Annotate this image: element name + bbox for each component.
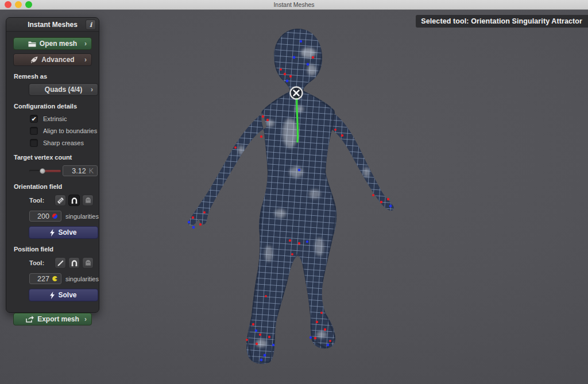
position-singularity-count[interactable]: 227 xyxy=(29,273,61,284)
checkbox-sharp-creases[interactable]: Sharp creases xyxy=(30,138,99,147)
selected-tool-tooltip: Selected tool: Orientation Singularity A… xyxy=(416,15,588,28)
magnet-icon xyxy=(71,259,78,267)
target-vertex-count-heading: Target vertex count xyxy=(14,154,99,161)
orientation-scare-tool-button[interactable] xyxy=(82,195,94,206)
panel-title: Instant Meshes xyxy=(28,21,78,29)
rocket-icon xyxy=(30,56,38,63)
attractor-cursor-icon[interactable] xyxy=(291,87,303,99)
panel-header[interactable]: Instant Meshes i xyxy=(6,18,99,32)
orientation-solve-button[interactable]: Solve xyxy=(29,226,98,239)
remesh-mode-selector[interactable]: Quads (4/4) › xyxy=(29,83,98,96)
info-button[interactable]: i xyxy=(86,20,96,30)
orientation-singularities-label: singularities xyxy=(65,213,99,220)
vertex-count-input[interactable]: 3.12 K xyxy=(63,165,98,176)
position-scare-tool-button[interactable] xyxy=(82,257,94,269)
remesh-mode-value: Quads (4/4) xyxy=(45,86,82,94)
configuration-details-heading: Configuration details xyxy=(14,103,99,110)
orientation-tool-label: Tool: xyxy=(29,197,52,204)
solve-label: Solve xyxy=(58,228,76,236)
advanced-label: Advanced xyxy=(41,56,74,64)
control-panel: Instant Meshes i Open mesh › Advanced › … xyxy=(6,17,99,313)
checkbox-label: Extrinsic xyxy=(43,115,67,122)
orientation-singularity-attractor-button[interactable] xyxy=(68,195,80,206)
slider-knob[interactable] xyxy=(40,168,45,174)
maximize-window-icon[interactable] xyxy=(25,1,32,8)
export-icon xyxy=(26,316,34,323)
pen-icon xyxy=(57,259,64,267)
position-field-heading: Position field xyxy=(14,246,99,253)
magnet-icon xyxy=(71,197,78,204)
checkbox-label: Sharp creases xyxy=(43,139,84,146)
vertex-count-unit: K xyxy=(89,167,94,175)
orientation-comb-tool-button[interactable] xyxy=(55,195,66,206)
checkbox-empty[interactable] xyxy=(30,139,38,147)
position-singularities-label: singularities xyxy=(65,276,99,282)
vertex-count-value: 3.12 xyxy=(72,167,86,175)
position-singularity-attractor-button[interactable] xyxy=(68,257,80,269)
comb-brush-icon xyxy=(57,197,64,204)
chevron-right-icon: › xyxy=(84,56,87,64)
remesh-as-heading: Remesh as xyxy=(14,73,99,80)
checkbox-label: Align to boundaries xyxy=(43,127,97,134)
solve-label: Solve xyxy=(58,291,76,299)
chevron-right-icon: › xyxy=(91,86,93,94)
open-mesh-label: Open mesh xyxy=(40,40,77,48)
folder-icon xyxy=(28,41,36,47)
orientation-singularity-count[interactable]: 200 xyxy=(29,211,61,222)
position-singularity-value: 227 xyxy=(37,275,49,283)
orientation-singularity-icon xyxy=(52,214,57,219)
checkbox-align-to-boundaries[interactable]: Align to boundaries xyxy=(30,126,99,135)
titlebar[interactable]: Instant Meshes xyxy=(0,0,588,10)
checkbox-empty[interactable] xyxy=(30,127,38,135)
vertex-count-slider[interactable] xyxy=(29,167,61,175)
ghost-icon xyxy=(84,197,92,204)
export-mesh-button[interactable]: Export mesh › xyxy=(13,313,92,325)
orientation-field-heading: Orientation field xyxy=(14,183,99,190)
mesh-model[interactable] xyxy=(172,23,413,373)
orientation-singularity-value: 200 xyxy=(37,212,49,220)
position-singularity-icon xyxy=(52,276,57,281)
position-solve-button[interactable]: Solve xyxy=(29,289,98,301)
open-mesh-button[interactable]: Open mesh › xyxy=(13,37,92,50)
instant-meshes-window: Selected tool: Orientation Singularity A… xyxy=(0,0,588,384)
checkmark-icon[interactable]: ✔ xyxy=(30,115,38,123)
close-window-icon[interactable] xyxy=(5,1,11,8)
chevron-right-icon: › xyxy=(84,40,87,48)
export-mesh-label: Export mesh xyxy=(37,315,79,323)
lightning-bolt-icon xyxy=(50,292,55,299)
lightning-bolt-icon xyxy=(50,229,55,236)
attractor-stroke xyxy=(297,98,298,142)
window-title: Instant Meshes xyxy=(273,1,314,8)
ghost-icon xyxy=(84,259,92,267)
minimize-window-icon[interactable] xyxy=(15,1,22,8)
advanced-button[interactable]: Advanced › xyxy=(13,53,92,66)
position-tool-label: Tool: xyxy=(29,259,52,266)
position-brush-tool-button[interactable] xyxy=(55,257,66,269)
checkbox-extrinsic[interactable]: ✔ Extrinsic xyxy=(30,114,99,123)
chevron-right-icon: › xyxy=(84,315,87,323)
